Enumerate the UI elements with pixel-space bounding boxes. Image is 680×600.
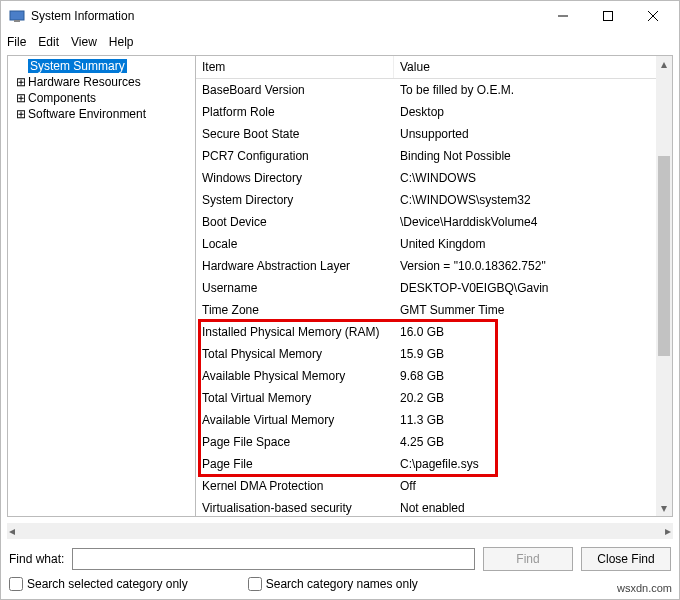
menu-file[interactable]: File (7, 35, 26, 49)
list-row[interactable]: Hardware Abstraction LayerVersion = "10.… (196, 255, 672, 277)
details-list[interactable]: Item Value BaseBoard VersionTo be filled… (196, 56, 672, 516)
tree-item[interactable]: ⊞Hardware Resources (8, 74, 195, 90)
chk-selected-category[interactable]: Search selected category only (9, 577, 188, 591)
find-input[interactable] (72, 548, 475, 570)
cell-value: 9.68 GB (394, 367, 672, 385)
list-row[interactable]: BaseBoard VersionTo be filled by O.E.M. (196, 79, 672, 101)
list-row[interactable]: Kernel DMA ProtectionOff (196, 475, 672, 497)
list-row[interactable]: Installed Physical Memory (RAM)16.0 GB (196, 321, 672, 343)
list-row[interactable]: Total Physical Memory15.9 GB (196, 343, 672, 365)
menu-view[interactable]: View (71, 35, 97, 49)
cell-value: GMT Summer Time (394, 301, 672, 319)
cell-item: Platform Role (196, 103, 394, 121)
cell-value: Not enabled (394, 499, 672, 516)
cell-value: 16.0 GB (394, 323, 672, 341)
chk-selected-category-box[interactable] (9, 577, 23, 591)
find-label: Find what: (9, 552, 64, 566)
content-area: System Summary⊞Hardware Resources⊞Compon… (7, 55, 673, 517)
list-row[interactable]: System DirectoryC:\WINDOWS\system32 (196, 189, 672, 211)
cell-item: Time Zone (196, 301, 394, 319)
chk-selected-category-label: Search selected category only (27, 577, 188, 591)
list-row[interactable]: Boot Device\Device\HarddiskVolume4 (196, 211, 672, 233)
horizontal-scrollbar[interactable]: ◂ ▸ (7, 523, 673, 539)
tree-item[interactable]: ⊞Software Environment (8, 106, 195, 122)
list-row[interactable]: Available Physical Memory9.68 GB (196, 365, 672, 387)
cell-item: Available Physical Memory (196, 367, 394, 385)
cell-value: 11.3 GB (394, 411, 672, 429)
close-find-button[interactable]: Close Find (581, 547, 671, 571)
svg-rect-0 (10, 11, 24, 20)
cell-value: \Device\HarddiskVolume4 (394, 213, 672, 231)
cell-item: Available Virtual Memory (196, 411, 394, 429)
cell-item: Installed Physical Memory (RAM) (196, 323, 394, 341)
maximize-button[interactable] (585, 2, 630, 31)
cell-value: C:\pagefile.sys (394, 455, 672, 473)
scroll-up-icon[interactable]: ▴ (656, 56, 672, 72)
cell-value: Version = "10.0.18362.752" (394, 257, 672, 275)
titlebar: System Information (1, 1, 679, 31)
find-bar: Find what: Find Close Find (1, 543, 679, 575)
scroll-left-icon[interactable]: ◂ (9, 524, 15, 538)
scroll-down-icon[interactable]: ▾ (656, 500, 672, 516)
svg-rect-3 (603, 12, 612, 21)
vertical-scrollbar[interactable]: ▴ ▾ (656, 56, 672, 516)
cell-value: Binding Not Possible (394, 147, 672, 165)
tree-item[interactable]: ⊞Components (8, 90, 195, 106)
chk-category-names-label: Search category names only (266, 577, 418, 591)
cell-item: Secure Boot State (196, 125, 394, 143)
list-row[interactable]: PCR7 ConfigurationBinding Not Possible (196, 145, 672, 167)
tree-item-label: Hardware Resources (28, 75, 141, 89)
cell-item: Locale (196, 235, 394, 253)
list-row[interactable]: Windows DirectoryC:\WINDOWS (196, 167, 672, 189)
list-row[interactable]: Secure Boot StateUnsupported (196, 123, 672, 145)
tree-expander-icon[interactable]: ⊞ (14, 107, 28, 121)
cell-value: Off (394, 477, 672, 495)
cell-item: Boot Device (196, 213, 394, 231)
cell-item: Page File (196, 455, 394, 473)
chk-category-names-box[interactable] (248, 577, 262, 591)
close-button[interactable] (630, 2, 675, 31)
menu-help[interactable]: Help (109, 35, 134, 49)
minimize-button[interactable] (540, 2, 585, 31)
category-tree[interactable]: System Summary⊞Hardware Resources⊞Compon… (8, 56, 196, 516)
cell-value: Desktop (394, 103, 672, 121)
app-icon (9, 8, 25, 24)
cell-value: DESKTOP-V0EIGBQ\Gavin (394, 279, 672, 297)
list-row[interactable]: Virtualisation-based securityNot enabled (196, 497, 672, 516)
tree-item[interactable]: System Summary (8, 58, 195, 74)
cell-item: PCR7 Configuration (196, 147, 394, 165)
tree-expander-icon[interactable]: ⊞ (14, 91, 28, 105)
list-row[interactable]: Available Virtual Memory11.3 GB (196, 409, 672, 431)
tree-expander-icon[interactable]: ⊞ (14, 75, 28, 89)
cell-item: Total Virtual Memory (196, 389, 394, 407)
tree-item-label: Software Environment (28, 107, 146, 121)
list-row[interactable]: Page FileC:\pagefile.sys (196, 453, 672, 475)
cell-value: To be filled by O.E.M. (394, 81, 672, 99)
scroll-right-icon[interactable]: ▸ (665, 524, 671, 538)
scroll-thumb[interactable] (658, 156, 670, 356)
cell-value: C:\WINDOWS\system32 (394, 191, 672, 209)
cell-value: 4.25 GB (394, 433, 672, 451)
cell-item: Page File Space (196, 433, 394, 451)
menu-edit[interactable]: Edit (38, 35, 59, 49)
svg-rect-1 (14, 20, 20, 22)
list-row[interactable]: Time ZoneGMT Summer Time (196, 299, 672, 321)
find-button[interactable]: Find (483, 547, 573, 571)
list-row[interactable]: Platform RoleDesktop (196, 101, 672, 123)
tree-item-label: System Summary (28, 59, 127, 73)
list-row[interactable]: LocaleUnited Kingdom (196, 233, 672, 255)
find-options: Search selected category only Search cat… (1, 575, 679, 599)
chk-category-names[interactable]: Search category names only (248, 577, 418, 591)
cell-item: Windows Directory (196, 169, 394, 187)
header-value[interactable]: Value (394, 56, 672, 78)
tree-item-label: Components (28, 91, 96, 105)
window-title: System Information (31, 9, 540, 23)
list-row[interactable]: UsernameDESKTOP-V0EIGBQ\Gavin (196, 277, 672, 299)
header-item[interactable]: Item (196, 56, 394, 78)
list-row[interactable]: Page File Space4.25 GB (196, 431, 672, 453)
watermark: wsxdn.com (617, 582, 672, 594)
cell-item: Total Physical Memory (196, 345, 394, 363)
cell-value: 15.9 GB (394, 345, 672, 363)
cell-item: Virtualisation-based security (196, 499, 394, 516)
list-row[interactable]: Total Virtual Memory20.2 GB (196, 387, 672, 409)
